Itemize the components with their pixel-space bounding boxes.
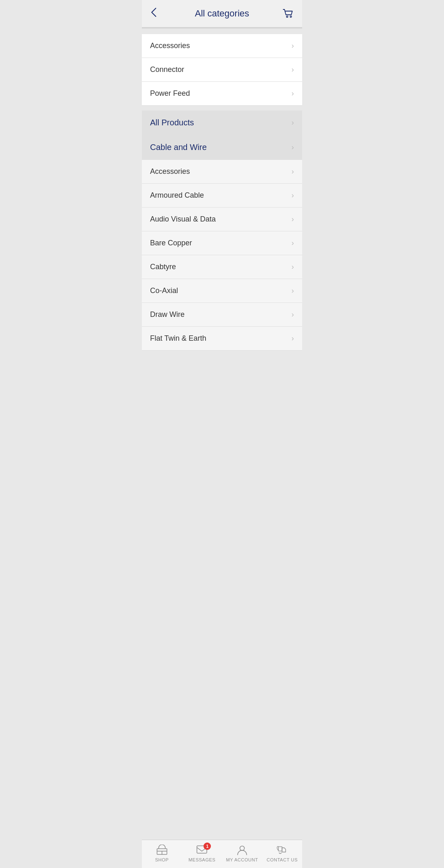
spacer-2 [142,106,302,111]
nav-item-contact[interactable]: CONTACT US [262,844,303,862]
chevron-right-icon: › [291,143,294,152]
page-title: All categories [162,8,282,19]
category-group-3: Accessories › Armoured Cable › Audio Vis… [142,160,302,351]
item-label: Co-Axial [150,286,178,295]
list-item[interactable]: Cabtyre › [142,255,302,279]
item-label: Audio Visual & Data [150,215,216,224]
messages-icon: 1 [195,844,208,856]
list-item[interactable]: Accessories › [142,34,302,58]
nav-label-account: MY ACCOUNT [226,857,258,862]
chevron-right-icon: › [291,65,294,74]
svg-point-6 [240,846,244,851]
chevron-right-icon: › [291,118,294,127]
messages-badge: 1 [204,843,211,850]
item-label: Connector [150,65,184,74]
spacer-top [142,29,302,34]
list-item[interactable]: Co-Axial › [142,279,302,303]
nav-item-shop[interactable]: SHOP [142,844,182,862]
item-label: Bare Copper [150,239,192,247]
item-label: Accessories [150,42,190,50]
list-item[interactable]: Audio Visual & Data › [142,208,302,231]
item-label: Armoured Cable [150,191,204,200]
chevron-right-icon: › [291,286,294,295]
chevron-right-icon: › [291,239,294,247]
chevron-right-icon: › [291,167,294,176]
list-item[interactable]: Connector › [142,58,302,82]
header: All categories [142,0,302,28]
nav-item-messages[interactable]: 1 MESSAGES [182,844,222,862]
category-group-2: All Products › Cable and Wire › [142,111,302,160]
list-item[interactable]: Cable and Wire › [142,135,302,160]
list-item[interactable]: Flat Twin & Earth › [142,327,302,351]
chevron-right-icon: › [291,334,294,343]
back-button[interactable] [150,7,162,21]
chevron-right-icon: › [291,42,294,50]
nav-label-contact: CONTACT US [267,857,298,862]
nav-item-account[interactable]: MY ACCOUNT [222,844,262,862]
item-label: Cable and Wire [150,143,207,152]
chevron-right-icon: › [291,215,294,224]
item-label: Accessories [150,167,190,176]
shop-icon [155,844,169,856]
list-item[interactable]: Draw Wire › [142,303,302,327]
chevron-right-icon: › [291,89,294,98]
nav-label-shop: SHOP [155,857,169,862]
item-label: Draw Wire [150,310,185,319]
list-item[interactable]: All Products › [142,111,302,135]
svg-point-0 [287,16,288,18]
category-group-1: Accessories › Connector › Power Feed › [142,34,302,106]
bottom-navigation: SHOP 1 MESSAGES MY ACCOUNT [142,840,302,868]
item-label: Power Feed [150,89,190,98]
list-item[interactable]: Armoured Cable › [142,184,302,208]
svg-point-1 [290,16,292,18]
content-area: Accessories › Connector › Power Feed › A… [142,29,302,868]
item-label: Flat Twin & Earth [150,334,206,343]
cart-button[interactable] [282,8,294,19]
chevron-right-icon: › [291,310,294,319]
list-item[interactable]: Bare Copper › [142,231,302,255]
account-icon [236,844,249,856]
contact-icon [275,844,289,856]
chevron-right-icon: › [291,191,294,200]
item-label: All Products [150,118,194,127]
nav-label-messages: MESSAGES [188,857,215,862]
item-label: Cabtyre [150,263,176,271]
list-item[interactable]: Accessories › [142,160,302,184]
chevron-right-icon: › [291,263,294,271]
list-item[interactable]: Power Feed › [142,82,302,106]
